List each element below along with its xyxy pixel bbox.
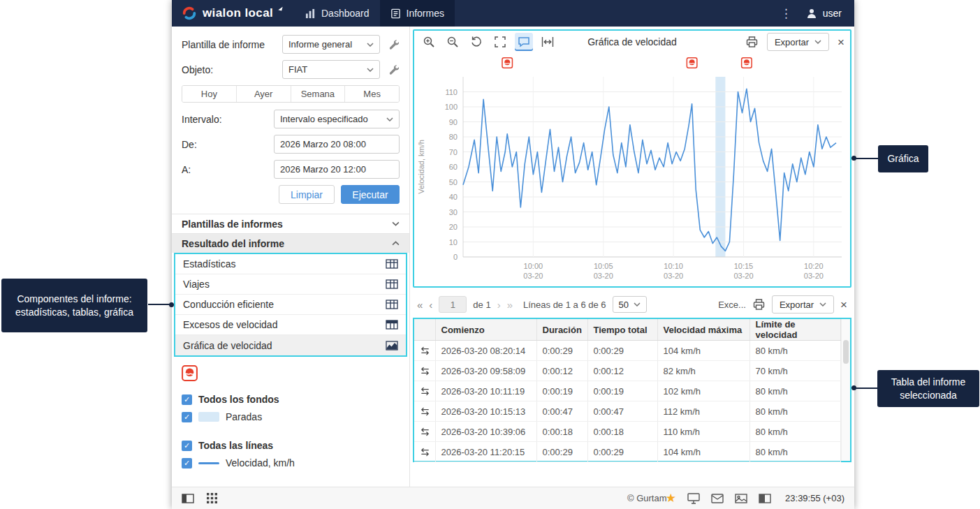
print-icon[interactable] [752, 298, 766, 311]
interval-label: Intervalo: [182, 114, 222, 125]
table-row[interactable]: 2026-03-20 10:39:06 0:00:18 0:00:18 110 … [414, 422, 840, 442]
range-ayer-button[interactable]: Ayer [236, 86, 291, 102]
range-hoy-button[interactable]: Hoy [182, 86, 236, 102]
checkbox-todas-las-lineas[interactable] [182, 441, 192, 451]
start-time-link[interactable]: 2026-03-20 08:20:14 [435, 341, 536, 361]
time-interval-icon[interactable] [539, 33, 557, 51]
start-time-link[interactable]: 2026-03-20 09:58:09 [435, 361, 536, 381]
chevron-up-icon [392, 241, 400, 246]
svg-text:80: 80 [449, 133, 458, 141]
annotation-connector [856, 388, 877, 389]
component-estadisticas[interactable]: Estadísticas [175, 254, 406, 274]
active-table-tab-label[interactable]: Exce... [718, 300, 746, 310]
apps-grid-icon[interactable] [207, 493, 217, 503]
table-header-row: Comienzo Duración Tiempo total Velocidad… [414, 319, 840, 341]
checkbox-velocidad[interactable] [182, 458, 192, 469]
start-time-link[interactable]: 2026-03-20 10:11:19 [435, 381, 536, 401]
speeding-event-marker[interactable] [687, 58, 697, 68]
legend-item-label: Paradas [226, 411, 262, 422]
svg-text:0: 0 [453, 253, 458, 261]
start-time-link[interactable]: 2026-03-20 10:39:06 [435, 422, 536, 442]
clear-button[interactable]: Limpiar [279, 185, 335, 204]
wrench-icon[interactable] [388, 64, 400, 75]
last-page-icon[interactable]: » [507, 300, 513, 310]
page-size-select[interactable]: 50 [613, 296, 647, 313]
from-datetime-input[interactable] [274, 135, 400, 154]
table-row[interactable]: 2026-03-20 11:20:15 0:00:29 0:00:29 104 … [414, 442, 840, 462]
table-icon [386, 300, 398, 309]
component-viajes[interactable]: Viajes [175, 274, 406, 295]
range-mes-button[interactable]: Mes [344, 86, 399, 102]
execute-button[interactable]: Ejecutar [341, 185, 400, 204]
tooltip-message-icon[interactable] [515, 33, 533, 51]
tab-informes[interactable]: Informes [380, 0, 455, 27]
svg-text:60: 60 [449, 163, 458, 171]
section-resultado[interactable]: Resultado del informe [172, 233, 409, 253]
svg-text:Velocidad, km/h: Velocidad, km/h [417, 140, 425, 194]
prev-page-icon[interactable]: ‹ [429, 300, 432, 310]
tab-dashboard[interactable]: Dashboard [295, 0, 380, 27]
next-page-icon[interactable]: › [497, 300, 501, 310]
section-plantillas[interactable]: Plantillas de informes [172, 214, 409, 233]
svg-text:03-20: 03-20 [804, 272, 824, 280]
component-excesos-velocidad[interactable]: Excesos de velocidad [175, 315, 406, 335]
table-row[interactable]: 2026-03-20 08:20:14 0:00:29 0:00:29 104 … [414, 341, 840, 361]
checkbox-todos-los-fondos[interactable] [182, 394, 192, 405]
table-row[interactable]: 2026-03-20 09:58:09 0:00:12 0:00:12 82 k… [414, 361, 840, 381]
speeding-event-marker[interactable] [742, 58, 752, 68]
object-select[interactable]: FIAT [282, 60, 380, 79]
wialon-app-window: wialon local Dashboard Informes ⋮ user [172, 0, 854, 509]
cell: 110 km/h [657, 422, 749, 442]
cell: 0:00:29 [587, 442, 657, 462]
interval-select[interactable]: Intervalo especificado [274, 110, 400, 128]
star-icon[interactable]: ★ [666, 492, 676, 504]
column-header[interactable]: Velocidad máxima [657, 319, 749, 341]
first-page-icon[interactable]: « [417, 300, 423, 310]
component-label: Conducción eficiente [183, 299, 274, 310]
cell: 80 km/h [749, 422, 840, 442]
page-number-input[interactable]: 1 [439, 296, 467, 313]
route-arrows-icon [420, 447, 430, 457]
monitor-icon[interactable] [687, 493, 700, 504]
table-scrollbar[interactable] [841, 319, 850, 461]
report-template-value: Informe general [288, 39, 352, 50]
table-export-button[interactable]: Exportar [772, 295, 834, 313]
range-semana-button[interactable]: Semana [291, 86, 345, 102]
to-datetime-input[interactable] [274, 160, 400, 179]
column-header[interactable]: Tiempo total [587, 319, 657, 341]
component-grafica-velocidad[interactable]: Gráfica de velocidad [175, 335, 406, 355]
speeding-event-marker[interactable] [502, 58, 513, 68]
column-header[interactable]: Duración [536, 319, 587, 341]
column-header[interactable]: Límite de velocidad [749, 319, 840, 341]
table-row[interactable]: 2026-03-20 10:11:19 0:00:19 0:00:19 102 … [414, 381, 840, 401]
user-menu[interactable]: user [806, 8, 842, 19]
images-icon[interactable] [735, 494, 747, 503]
column-header[interactable]: Comienzo [435, 319, 536, 341]
checkbox-paradas[interactable] [182, 412, 192, 422]
wialon-logo[interactable]: wialon local [172, 0, 295, 27]
wrench-icon[interactable] [388, 39, 400, 50]
layout-panel-icon[interactable] [182, 494, 194, 503]
speed-chart-plot[interactable]: 010203040506070809010011010:0003-2010:05… [414, 53, 850, 286]
chart-toolbar: Gráfica de velocidad Exportar × [414, 31, 850, 53]
zoom-in-icon[interactable] [420, 33, 438, 51]
print-icon[interactable] [745, 36, 759, 48]
cell: 82 km/h [657, 361, 749, 381]
mail-icon[interactable] [711, 494, 724, 503]
component-conduccion-eficiente[interactable]: Conducción eficiente [175, 295, 406, 315]
chart-close-icon[interactable]: × [838, 36, 844, 48]
start-time-link[interactable]: 2026-03-20 11:20:15 [435, 442, 536, 462]
reset-zoom-icon[interactable] [467, 33, 485, 51]
table-close-icon[interactable]: × [840, 299, 847, 311]
report-template-select[interactable]: Informe general [282, 35, 380, 54]
zoom-out-icon[interactable] [444, 33, 462, 51]
cell: 80 km/h [749, 381, 840, 401]
kebab-menu-icon[interactable]: ⋮ [780, 8, 792, 20]
scrollbar-thumb[interactable] [843, 340, 849, 364]
start-time-link[interactable]: 2026-03-20 10:15:13 [435, 401, 536, 422]
fullscreen-icon[interactable] [491, 33, 509, 51]
cell: 0:00:29 [587, 341, 657, 361]
chart-export-button[interactable]: Exportar [767, 33, 829, 51]
columns-icon[interactable] [759, 494, 771, 503]
table-row[interactable]: 2026-03-20 10:15:13 0:00:47 0:00:47 112 … [414, 401, 840, 422]
